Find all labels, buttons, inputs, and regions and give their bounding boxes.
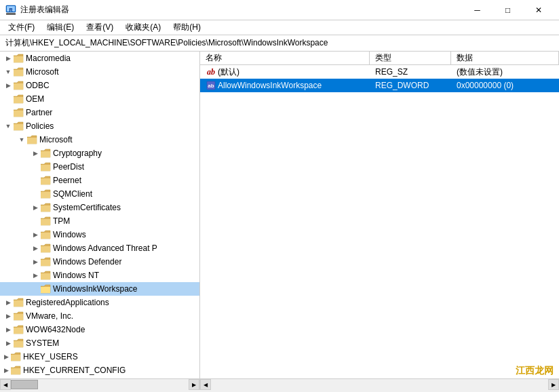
expand-policies[interactable]: ▼ <box>3 121 14 132</box>
col-header-data[interactable]: 数据 <box>451 52 559 64</box>
expand-wow6432[interactable]: ▶ <box>3 324 14 335</box>
expand-cryptography[interactable]: ▶ <box>30 148 41 159</box>
svg-marker-39 <box>41 287 50 293</box>
tree-label-pol-microsoft: Microsoft <box>39 135 73 144</box>
right-row-default[interactable]: ab (默认) REG_SZ (数值未设置) <box>200 65 559 79</box>
svg-marker-29 <box>41 219 50 225</box>
expand-winadvthreat[interactable]: ▶ <box>30 243 41 254</box>
tree-h-scroll-thumb[interactable] <box>11 380 38 389</box>
svg-marker-5 <box>14 56 23 62</box>
tree-h-scrollbar[interactable]: ◀ ▶ <box>0 379 200 389</box>
tree-item-wow6432[interactable]: ▶ WOW6432Node <box>0 323 199 336</box>
folder-icon-windows <box>41 229 52 240</box>
ab-icon: ab <box>206 66 216 77</box>
expand-vmware[interactable]: ▶ <box>3 311 14 321</box>
svg-marker-23 <box>41 178 50 184</box>
tree-item-odbc[interactable]: ▶ ODBC <box>0 79 199 92</box>
tree-item-system[interactable]: ▶ SYSTEM <box>0 336 199 350</box>
expand-partner <box>3 107 14 118</box>
right-h-scrollbar[interactable]: ◀ ▶ <box>200 379 559 389</box>
tree-item-registeredapps[interactable]: ▶ RegisteredApplications <box>0 296 199 309</box>
tree-item-tpm[interactable]: TPM <box>0 214 199 228</box>
svg-marker-7 <box>14 70 23 76</box>
right-h-scroll-right-btn[interactable]: ▶ <box>548 379 559 390</box>
svg-marker-35 <box>41 260 50 266</box>
expand-odbc[interactable]: ▶ <box>3 80 14 91</box>
tree-item-windowsnt[interactable]: ▶ Windows NT <box>0 269 199 282</box>
expand-registeredapps[interactable]: ▶ <box>3 297 14 308</box>
tree-item-systemcerts[interactable]: ▶ SystemCertificates <box>0 201 199 214</box>
close-button[interactable]: ✕ <box>523 0 554 20</box>
tree-label-vmware: VMware, Inc. <box>26 311 73 321</box>
expand-pol-microsoft[interactable]: ▼ <box>16 134 27 145</box>
tree-item-vmware[interactable]: ▶ VMware, Inc. <box>0 309 199 323</box>
expand-hkeyusers[interactable]: ▶ <box>0 351 11 362</box>
expand-hkeycurrentconfig[interactable]: ▶ <box>0 365 11 376</box>
h-scroll-left-btn[interactable]: ◀ <box>0 379 11 390</box>
tree-label-wow6432: WOW6432Node <box>26 325 85 334</box>
expand-windows[interactable]: ▶ <box>30 229 41 240</box>
tree-item-macromedia[interactable]: ▶ Macromedia <box>0 52 199 65</box>
right-body[interactable]: ab (默认) REG_SZ (数值未设置) ab <box>200 65 559 378</box>
regedit-icon: R <box>5 5 16 16</box>
right-h-scroll-left-btn[interactable]: ◀ <box>200 379 211 390</box>
title-bar-controls: ─ □ ✕ <box>462 0 554 20</box>
title-bar: R 注册表编辑器 ─ □ ✕ <box>0 0 559 20</box>
tree-panel: ▶ Macromedia ▼ Microsoft ▶ OD <box>0 52 200 378</box>
tree-item-sqmclient[interactable]: SQMClient <box>0 187 199 201</box>
folder-icon-peernet <box>41 175 52 186</box>
tree-label-sqmclient: SQMClient <box>53 189 92 199</box>
tree-scroll[interactable]: ▶ Macromedia ▼ Microsoft ▶ OD <box>0 52 199 378</box>
address-bar: 计算机\HKEY_LOCAL_MACHINE\SOFTWARE\Policies… <box>0 35 559 52</box>
tree-item-microsoft[interactable]: ▼ Microsoft <box>0 65 199 79</box>
maximize-button[interactable]: □ <box>493 0 523 20</box>
tree-item-policies[interactable]: ▼ Policies <box>0 119 199 133</box>
expand-peernet <box>30 175 41 186</box>
tree-item-windows[interactable]: ▶ Windows <box>0 228 199 241</box>
col-header-name[interactable]: 名称 <box>200 52 370 64</box>
expand-microsoft[interactable]: ▼ <box>3 66 14 77</box>
tree-label-systemcerts: SystemCertificates <box>53 203 121 212</box>
tree-h-scroll-track[interactable] <box>11 379 189 390</box>
right-row-allowwink[interactable]: ab AllowWindowsInkWorkspace REG_DWORD 0x… <box>200 79 559 92</box>
tree-item-wininkworkspace[interactable]: WindowsInkWorkspace <box>0 282 199 296</box>
tree-item-oem[interactable]: OEM <box>0 92 199 106</box>
svg-text:ab: ab <box>208 83 214 89</box>
tree-item-peerdist[interactable]: PeerDist <box>0 160 199 174</box>
expand-macromedia[interactable]: ▶ <box>3 53 14 64</box>
folder-icon-sqmclient <box>41 189 52 199</box>
tree-label-hkeyusers: HKEY_USERS <box>23 352 78 361</box>
expand-windowsnt[interactable]: ▶ <box>30 270 41 281</box>
minimize-button[interactable]: ─ <box>462 0 493 20</box>
svg-marker-11 <box>14 97 23 103</box>
col-header-type[interactable]: 类型 <box>370 52 451 64</box>
cell-data-default: (数值未设置) <box>451 65 559 79</box>
tree-item-partner[interactable]: Partner <box>0 106 199 119</box>
expand-system[interactable]: ▶ <box>3 338 14 349</box>
right-h-scroll-track[interactable] <box>211 379 548 390</box>
tree-label-peerdist: PeerDist <box>53 162 84 172</box>
folder-icon-system <box>14 338 24 349</box>
folder-icon-macromedia <box>14 53 24 64</box>
tree-label-microsoft: Microsoft <box>26 67 59 77</box>
tree-item-windefender[interactable]: ▶ Windows Defender <box>0 255 199 269</box>
tree-label-policies: Policies <box>26 121 54 131</box>
menu-view[interactable]: 查看(V) <box>81 20 119 35</box>
tree-item-pol-microsoft[interactable]: ▼ Microsoft <box>0 133 199 146</box>
folder-icon-microsoft <box>14 66 24 77</box>
tree-item-winadvthreat[interactable]: ▶ Windows Advanced Threat P <box>0 241 199 255</box>
svg-marker-49 <box>11 355 20 361</box>
tree-item-cryptography[interactable]: ▶ Cryptography <box>0 146 199 160</box>
menu-file[interactable]: 文件(F) <box>3 20 40 35</box>
main-content: ▶ Macromedia ▼ Microsoft ▶ OD <box>0 52 559 378</box>
menu-edit[interactable]: 编辑(E) <box>41 20 79 35</box>
expand-systemcerts[interactable]: ▶ <box>30 202 41 213</box>
tree-item-peernet[interactable]: Peernet <box>0 174 199 187</box>
tree-item-hkeyusers[interactable]: ▶ HKEY_USERS <box>0 350 199 364</box>
tree-item-hkeycurrentconfig[interactable]: ▶ HKEY_CURRENT_CONFIG <box>0 364 199 377</box>
menu-favorites[interactable]: 收藏夹(A) <box>120 20 166 35</box>
h-scroll-right-btn[interactable]: ▶ <box>189 379 199 390</box>
folder-icon-winadvthreat <box>41 243 52 254</box>
menu-help[interactable]: 帮助(H) <box>168 20 206 35</box>
expand-windefender[interactable]: ▶ <box>30 256 41 267</box>
